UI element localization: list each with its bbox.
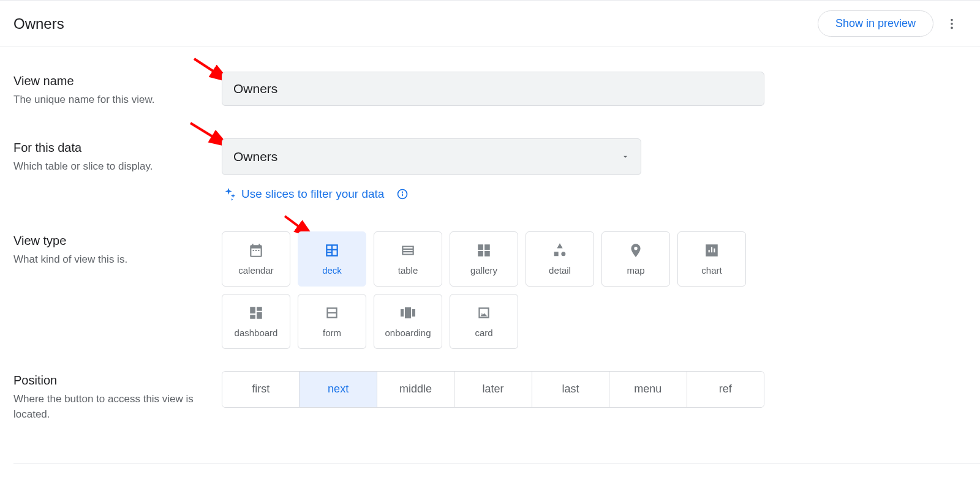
kebab-icon bbox=[945, 17, 959, 31]
view-type-label-text: map bbox=[627, 265, 644, 276]
svg-rect-11 bbox=[412, 309, 415, 317]
view-type-map[interactable]: map bbox=[601, 231, 670, 287]
info-icon[interactable] bbox=[396, 188, 409, 200]
sparkle-icon bbox=[223, 187, 236, 201]
view-type-table[interactable]: table bbox=[374, 231, 442, 287]
svg-point-7 bbox=[402, 192, 403, 192]
view-type-label-text: dashboard bbox=[235, 328, 278, 338]
detail-icon bbox=[551, 242, 568, 259]
view-type-calendar[interactable]: calendar bbox=[222, 231, 290, 287]
use-slices-link[interactable]: Use slices to filter your data bbox=[241, 187, 384, 201]
view-type-label-text: form bbox=[323, 328, 341, 338]
position-ref[interactable]: ref bbox=[687, 372, 764, 407]
view-type-chart[interactable]: chart bbox=[677, 231, 746, 287]
svg-point-2 bbox=[951, 26, 953, 29]
view-type-label-text: table bbox=[398, 265, 418, 276]
show-in-preview-button[interactable]: Show in preview bbox=[818, 10, 933, 37]
gallery-icon bbox=[475, 242, 492, 259]
dashboard-icon bbox=[247, 304, 265, 321]
view-name-desc: The unique name for this view. bbox=[13, 92, 222, 108]
view-type-label-text: detail bbox=[549, 265, 571, 276]
svg-point-0 bbox=[951, 18, 953, 21]
view-type-label-text: card bbox=[475, 328, 492, 338]
view-type-card[interactable]: card bbox=[450, 294, 518, 349]
view-type-detail[interactable]: detail bbox=[526, 231, 594, 287]
position-last[interactable]: last bbox=[532, 372, 609, 407]
for-data-value: Owners bbox=[233, 149, 277, 164]
position-label: Position bbox=[13, 373, 222, 388]
divider bbox=[13, 463, 980, 464]
calendar-icon bbox=[247, 242, 265, 259]
view-type-desc: What kind of view this is. bbox=[13, 252, 222, 268]
view-type-gallery[interactable]: gallery bbox=[450, 231, 518, 287]
deck-icon bbox=[323, 242, 341, 259]
page-title: Owners bbox=[13, 15, 64, 32]
position-desc: Where the button to access this view is … bbox=[13, 391, 222, 422]
svg-rect-9 bbox=[401, 309, 404, 317]
table-icon bbox=[399, 242, 417, 259]
onboarding-icon bbox=[399, 304, 417, 321]
view-type-form[interactable]: form bbox=[298, 294, 366, 349]
position-first[interactable]: first bbox=[222, 372, 300, 407]
view-type-onboarding[interactable]: onboarding bbox=[374, 294, 442, 349]
view-type-label-text: gallery bbox=[470, 265, 497, 276]
view-type-label-text: onboarding bbox=[385, 328, 431, 338]
position-middle[interactable]: middle bbox=[377, 372, 454, 407]
view-type-label-text: deck bbox=[322, 265, 342, 276]
chevron-down-icon bbox=[621, 152, 630, 161]
svg-point-1 bbox=[951, 23, 953, 25]
view-name-input[interactable] bbox=[222, 72, 764, 106]
view-type-dashboard[interactable]: dashboard bbox=[222, 294, 290, 349]
map-icon bbox=[627, 242, 644, 259]
for-data-desc: Which table or slice to display. bbox=[13, 159, 222, 174]
view-type-label: View type bbox=[13, 234, 222, 248]
header: Owners Show in preview bbox=[0, 0, 980, 47]
for-data-label: For this data bbox=[13, 141, 222, 155]
view-type-label-text: calendar bbox=[238, 265, 274, 276]
view-type-deck[interactable]: deck bbox=[298, 231, 366, 287]
view-name-label: View name bbox=[13, 74, 222, 88]
overflow-menu-button[interactable] bbox=[941, 13, 963, 35]
form-icon bbox=[323, 304, 341, 321]
svg-rect-10 bbox=[405, 307, 411, 318]
position-next[interactable]: next bbox=[300, 372, 377, 407]
position-later[interactable]: later bbox=[454, 372, 532, 407]
for-data-select[interactable]: Owners bbox=[222, 138, 641, 175]
chart-icon bbox=[703, 242, 720, 259]
position-menu[interactable]: menu bbox=[609, 372, 687, 407]
view-type-label-text: chart bbox=[701, 265, 722, 276]
card-icon bbox=[475, 304, 492, 321]
